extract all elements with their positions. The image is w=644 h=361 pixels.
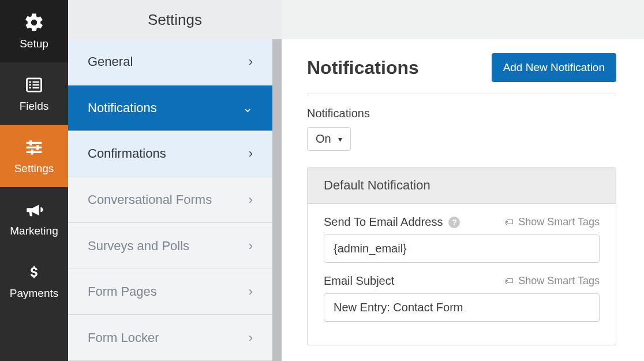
main-content: Notifications Add New Notification Notif… xyxy=(282,0,644,361)
chevron-right-icon: › xyxy=(249,330,253,345)
dollar-icon xyxy=(23,262,46,282)
svg-rect-2 xyxy=(33,81,39,83)
svg-rect-1 xyxy=(29,81,31,83)
chevron-down-icon: ▾ xyxy=(338,135,342,144)
field-label-send-to: Send To Email Address ? xyxy=(324,215,460,229)
field-label-subject: Email Subject xyxy=(324,274,394,288)
chevron-right-icon: › xyxy=(249,239,253,254)
svg-rect-8 xyxy=(27,147,42,148)
default-notification-panel: Default Notification Send To Email Addre… xyxy=(307,167,616,345)
add-new-notification-button[interactable]: Add New Notification xyxy=(492,53,616,82)
nav-label: Payments xyxy=(10,287,58,300)
section-heading: Notifications xyxy=(307,57,419,79)
subnav-item-conversational-forms[interactable]: Conversational Forms › xyxy=(68,177,272,224)
show-smart-tags-link[interactable]: 🏷 Show Smart Tags xyxy=(504,275,600,287)
nav-settings[interactable]: Settings xyxy=(0,125,68,187)
field-send-to: Send To Email Address ? 🏷 Show Smart Tag… xyxy=(324,215,600,263)
chevron-right-icon: › xyxy=(249,284,253,299)
subnav-item-confirmations[interactable]: Confirmations › xyxy=(68,131,272,177)
subnav-item-surveys-polls[interactable]: Surveys and Polls › xyxy=(68,223,272,269)
notifications-toggle-dropdown[interactable]: On ▾ xyxy=(307,127,351,151)
subnav-label: Confirmations xyxy=(88,146,166,161)
nav-label: Fields xyxy=(20,100,49,113)
subnav-label: Surveys and Polls xyxy=(88,239,189,254)
svg-rect-11 xyxy=(36,145,39,150)
content-area: Notifications Add New Notification Notif… xyxy=(282,39,644,361)
dropdown-value: On xyxy=(316,132,331,146)
panel-body: Send To Email Address ? 🏷 Show Smart Tag… xyxy=(308,204,616,345)
main-vertical-nav: Setup Fields Settings Marketing Payments xyxy=(0,0,68,361)
list-icon xyxy=(23,75,46,95)
subnav-label: Form Locker xyxy=(88,330,159,345)
nav-marketing[interactable]: Marketing xyxy=(0,187,68,250)
subnav-item-form-pages[interactable]: Form Pages › xyxy=(68,269,272,315)
email-subject-input[interactable] xyxy=(324,293,600,322)
nav-label: Setup xyxy=(20,38,48,50)
subnav-item-general[interactable]: General › xyxy=(68,39,272,85)
nav-setup[interactable]: Setup xyxy=(0,0,68,62)
svg-rect-10 xyxy=(29,140,32,146)
help-icon[interactable]: ? xyxy=(448,217,460,228)
subnav-list: General › Notifications ⌄ Confirmations … xyxy=(68,39,282,361)
chevron-down-icon: ⌄ xyxy=(242,101,253,116)
nav-label: Marketing xyxy=(10,225,58,237)
page-title: Settings xyxy=(68,0,282,39)
nav-payments[interactable]: Payments xyxy=(0,250,68,312)
chevron-right-icon: › xyxy=(249,192,253,207)
chevron-right-icon: › xyxy=(249,146,253,161)
bullhorn-icon xyxy=(23,199,46,220)
tag-icon: 🏷 xyxy=(504,276,514,286)
smart-tags-text: Show Smart Tags xyxy=(518,216,600,228)
gear-icon xyxy=(23,12,46,33)
subnav-label: Form Pages xyxy=(88,284,157,299)
title-bar: Notifications Add New Notification xyxy=(307,53,616,94)
tag-icon: 🏷 xyxy=(504,217,514,228)
svg-rect-6 xyxy=(33,87,39,89)
svg-rect-12 xyxy=(31,150,33,155)
smart-tags-text: Show Smart Tags xyxy=(518,275,600,287)
label-text: Send To Email Address xyxy=(324,215,443,229)
svg-rect-7 xyxy=(27,142,42,144)
show-smart-tags-link[interactable]: 🏷 Show Smart Tags xyxy=(504,216,600,228)
subnav-label: Conversational Forms xyxy=(88,192,212,207)
panel-title: Default Notification xyxy=(308,168,616,204)
svg-rect-9 xyxy=(27,151,42,153)
svg-rect-4 xyxy=(33,84,39,86)
chevron-right-icon: › xyxy=(249,54,253,69)
nav-fields[interactable]: Fields xyxy=(0,62,68,125)
svg-rect-3 xyxy=(29,84,31,86)
svg-rect-5 xyxy=(29,87,31,89)
subnav-label: Notifications xyxy=(88,101,157,116)
main-header-bar xyxy=(282,0,644,39)
label-text: Email Subject xyxy=(324,274,394,288)
settings-subnav: Settings General › Notifications ⌄ Confi… xyxy=(68,0,282,361)
subnav-item-form-locker[interactable]: Form Locker › xyxy=(68,315,272,361)
subnav-item-notifications[interactable]: Notifications ⌄ xyxy=(68,85,272,132)
notifications-toggle-label: Notifications xyxy=(307,107,616,120)
nav-label: Settings xyxy=(14,162,54,175)
send-to-email-input[interactable] xyxy=(324,235,600,263)
sliders-icon xyxy=(23,137,46,158)
field-email-subject: Email Subject 🏷 Show Smart Tags xyxy=(324,274,600,322)
subnav-label: General xyxy=(88,54,133,69)
